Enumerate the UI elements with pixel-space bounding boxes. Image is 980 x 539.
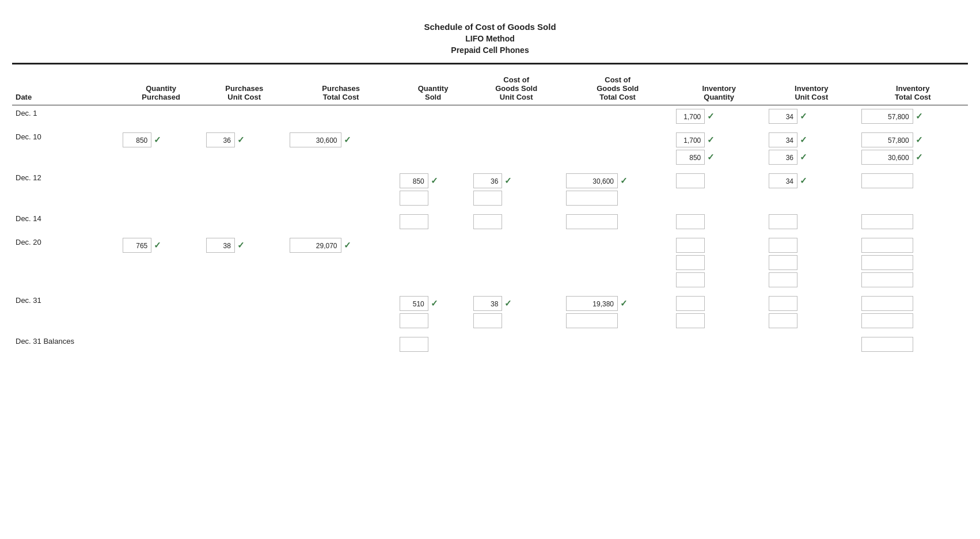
qty-sold-cell bbox=[396, 234, 470, 289]
input-field[interactable] bbox=[473, 214, 502, 229]
checkmark-icon: ✓ bbox=[154, 135, 161, 145]
qty-sold-cell bbox=[396, 211, 470, 231]
purchases-unit-cost-cell bbox=[203, 211, 286, 231]
input-field[interactable] bbox=[861, 214, 913, 229]
input-field[interactable]: 57,800 bbox=[861, 109, 913, 124]
input-field[interactable] bbox=[400, 337, 428, 352]
checkmark-icon: ✓ bbox=[800, 111, 807, 122]
input-field[interactable]: 1,700 bbox=[676, 132, 705, 147]
input-field[interactable]: 510 bbox=[400, 296, 428, 311]
input-field[interactable]: 30,600 bbox=[290, 132, 341, 147]
checkmark-icon: ✓ bbox=[800, 176, 807, 186]
checkmark-icon: ✓ bbox=[620, 176, 628, 186]
input-field[interactable]: 850 bbox=[676, 150, 705, 165]
input-field[interactable] bbox=[861, 173, 913, 188]
input-field[interactable] bbox=[769, 255, 797, 270]
input-field[interactable]: 30,600 bbox=[566, 173, 618, 188]
inv-unit-cost-cell bbox=[765, 333, 858, 354]
checkmark-icon: ✓ bbox=[344, 135, 351, 145]
input-field[interactable]: 30,600 bbox=[861, 150, 913, 165]
input-field[interactable] bbox=[566, 313, 618, 328]
date-label: Dec. 31 bbox=[16, 337, 41, 346]
input-field[interactable]: 38 bbox=[206, 238, 235, 253]
table-row: Dec. 31510✓38✓19,380✓ bbox=[12, 293, 968, 330]
page-container: Schedule of Cost of Goods Sold LIFO Meth… bbox=[12, 12, 968, 357]
sub-title: LIFO Method bbox=[12, 34, 968, 43]
input-field[interactable] bbox=[861, 337, 913, 352]
input-field[interactable] bbox=[676, 238, 705, 253]
table-row: Dec. 14 bbox=[12, 211, 968, 231]
input-field[interactable] bbox=[676, 173, 705, 188]
input-field[interactable]: 19,380 bbox=[566, 296, 618, 311]
input-field[interactable] bbox=[769, 313, 797, 328]
sub-title2: Prepaid Cell Phones bbox=[12, 45, 968, 55]
input-field[interactable] bbox=[676, 214, 705, 229]
purchases-total-cost-cell bbox=[286, 211, 396, 231]
main-title: Schedule of Cost of Goods Sold bbox=[12, 22, 968, 32]
input-field[interactable] bbox=[676, 313, 705, 328]
input-field[interactable] bbox=[566, 214, 618, 229]
input-field[interactable]: 765 bbox=[123, 238, 151, 253]
input-field[interactable]: 34 bbox=[769, 173, 797, 188]
date-cell: Dec. 10 bbox=[12, 129, 119, 166]
inv-total-cost-cell: 57,800✓30,600✓ bbox=[858, 129, 968, 166]
input-field[interactable]: 36 bbox=[769, 150, 797, 165]
qty-sold-cell bbox=[396, 105, 470, 126]
input-field[interactable]: 850 bbox=[400, 173, 428, 188]
inv-qty-cell bbox=[673, 170, 765, 207]
balance-label: Balances bbox=[43, 337, 74, 346]
input-field[interactable] bbox=[473, 313, 502, 328]
input-field[interactable] bbox=[676, 255, 705, 270]
checkmark-icon: ✓ bbox=[707, 135, 715, 145]
checkmark-icon: ✓ bbox=[154, 240, 161, 250]
input-field[interactable] bbox=[400, 191, 428, 206]
input-field[interactable]: 57,800 bbox=[861, 132, 913, 147]
purchases-unit-cost-cell bbox=[203, 170, 286, 207]
input-field[interactable] bbox=[861, 313, 913, 328]
input-field[interactable] bbox=[769, 272, 797, 287]
cogs-total-cost-cell bbox=[563, 211, 673, 231]
checkmark-icon: ✓ bbox=[504, 176, 512, 186]
header-purchases-total-cost: PurchasesTotal Cost bbox=[286, 74, 396, 105]
inv-total-cost-cell bbox=[858, 234, 968, 289]
input-field[interactable] bbox=[861, 272, 913, 287]
input-field[interactable] bbox=[676, 272, 705, 287]
input-field[interactable] bbox=[861, 238, 913, 253]
input-field[interactable] bbox=[400, 214, 428, 229]
input-field[interactable] bbox=[566, 191, 618, 206]
input-field[interactable]: 1,700 bbox=[676, 109, 705, 124]
input-field[interactable]: 34 bbox=[769, 109, 797, 124]
cogs-unit-cost-cell: 36✓ bbox=[470, 170, 563, 207]
input-field[interactable] bbox=[861, 296, 913, 311]
input-field[interactable]: 34 bbox=[769, 132, 797, 147]
input-field[interactable]: 29,070 bbox=[290, 238, 341, 253]
input-field[interactable] bbox=[769, 238, 797, 253]
cogs-unit-cost-cell bbox=[470, 211, 563, 231]
input-field[interactable] bbox=[861, 255, 913, 270]
inv-qty-cell bbox=[673, 333, 765, 354]
purchases-total-cost-cell bbox=[286, 105, 396, 126]
input-field[interactable] bbox=[769, 296, 797, 311]
input-field[interactable] bbox=[676, 296, 705, 311]
input-field[interactable]: 36 bbox=[473, 173, 502, 188]
header-row: Date QuantityPurchased PurchasesUnit Cos… bbox=[12, 74, 968, 105]
purchases-total-cost-cell bbox=[286, 333, 396, 354]
table-row: Dec. 20765✓38✓29,070✓ bbox=[12, 234, 968, 289]
input-field[interactable]: 38 bbox=[473, 296, 502, 311]
input-field[interactable]: 850 bbox=[123, 132, 151, 147]
purchases-unit-cost-cell bbox=[203, 293, 286, 330]
header-purchases-unit-cost: PurchasesUnit Cost bbox=[203, 74, 286, 105]
inv-total-cost-cell bbox=[858, 333, 968, 354]
input-field[interactable] bbox=[769, 214, 797, 229]
qty-sold-cell: 850✓ bbox=[396, 170, 470, 207]
purchases-unit-cost-cell: 36✓ bbox=[203, 129, 286, 166]
inv-total-cost-cell bbox=[858, 211, 968, 231]
qty-purchased-cell bbox=[119, 170, 203, 207]
purchases-unit-cost-cell: 38✓ bbox=[203, 234, 286, 289]
input-field[interactable]: 36 bbox=[206, 132, 235, 147]
checkmark-icon: ✓ bbox=[916, 111, 923, 122]
checkmark-icon: ✓ bbox=[916, 152, 923, 162]
input-field[interactable] bbox=[473, 191, 502, 206]
input-field[interactable] bbox=[400, 313, 428, 328]
cogs-total-cost-cell: 19,380✓ bbox=[563, 293, 673, 330]
